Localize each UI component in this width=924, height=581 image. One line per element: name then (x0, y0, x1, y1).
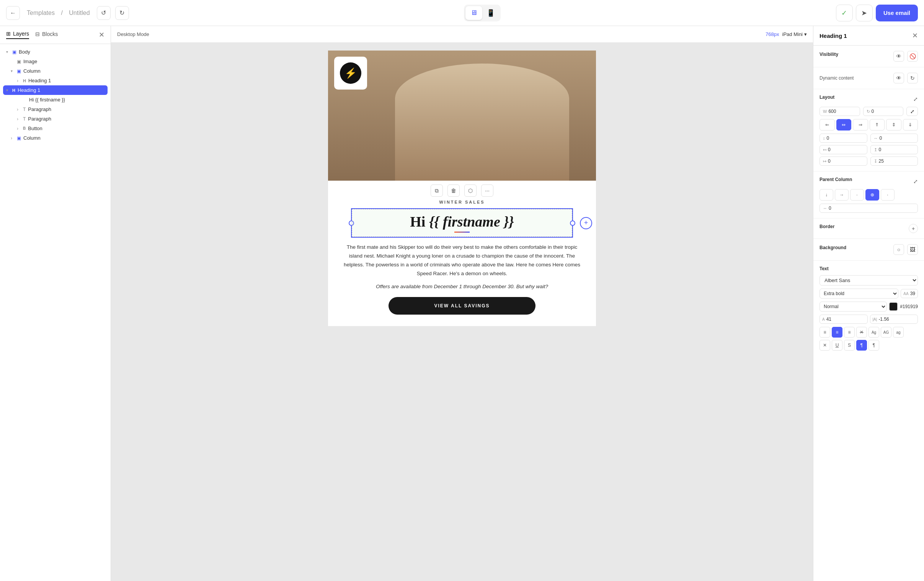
col-down-btn[interactable]: ↓ (820, 189, 833, 201)
margin-top-input[interactable] (827, 135, 864, 141)
align-top-btn[interactable]: ⇑ (870, 119, 885, 130)
breadcrumb-root[interactable]: Templates (27, 10, 55, 16)
expand-button[interactable]: ⤢ (913, 96, 918, 102)
padding-right-input[interactable] (828, 158, 864, 164)
tree-item-body[interactable]: ▾ ▣ Body (0, 47, 111, 57)
align-center-btn[interactable]: ⇔ (837, 119, 851, 130)
paragraph1-label: Paragraph (28, 106, 51, 112)
eye-visible-button[interactable]: 👁 (893, 51, 904, 62)
copy-button[interactable]: ⧉ (431, 185, 443, 197)
width-input[interactable]: 600 (828, 109, 856, 114)
col-center-btn[interactable]: ⊕ (865, 189, 879, 201)
layout-label: Layout (820, 94, 835, 100)
letter-spacing-value: -1.56 (878, 317, 889, 322)
padding-bottom-input[interactable] (879, 158, 915, 164)
delete-button[interactable]: 🗑 (447, 185, 460, 197)
align-center-text-btn[interactable]: ≡ (832, 327, 843, 338)
image-label: Image (23, 59, 37, 64)
heading-text: Hi {{ firstname }} (352, 209, 572, 237)
use-email-button[interactable]: Use email (876, 5, 918, 21)
visibility-section: Visibility 👁 🚫 (813, 46, 924, 68)
undo-button[interactable]: ↺ (97, 6, 111, 20)
tree-item-heading1-active[interactable]: ▾ H Heading 1 (3, 85, 107, 95)
add-border-button[interactable]: + (909, 224, 918, 233)
strikethrough-btn[interactable]: ✕ (856, 327, 867, 338)
case-upper-btn[interactable]: AG (881, 327, 891, 338)
desktop-view-button[interactable]: 🖥 (465, 6, 482, 20)
check-button[interactable]: ✓ (836, 5, 853, 21)
paragraph2-btn[interactable]: ¶ (868, 340, 879, 351)
column-label: Column (23, 68, 41, 74)
align-left-text-btn[interactable]: ≡ (820, 327, 830, 338)
right-panel-title: Heading 1 (820, 33, 847, 39)
align-bottom-btn[interactable]: ⇓ (903, 119, 918, 130)
redo-button[interactable]: ↻ (115, 6, 129, 20)
paragraph-dir-btn[interactable]: ¶ (856, 340, 867, 351)
border-row: Border + (820, 224, 918, 233)
underline-btn[interactable]: U (832, 340, 843, 351)
margin-side-input[interactable] (879, 135, 915, 141)
heading-handle-right[interactable] (570, 220, 575, 226)
font-family-select[interactable]: Albert Sans (820, 275, 918, 286)
padding-top-input[interactable] (879, 147, 915, 152)
align-left-btn[interactable]: ⇐ (820, 119, 835, 130)
tree-item-image[interactable]: ▣ Image (0, 57, 111, 66)
col-gap-input[interactable] (829, 206, 914, 211)
parent-expand-button[interactable]: ⤢ (913, 178, 918, 185)
tree-item-paragraph2[interactable]: › T Paragraph (0, 114, 111, 124)
align-middle-btn[interactable]: ⇕ (886, 119, 901, 130)
color-hex-value: #191919 (900, 304, 918, 309)
eye-hidden-button[interactable]: 🚫 (907, 51, 918, 62)
back-button[interactable]: ← (6, 6, 20, 20)
right-close-button[interactable]: ✕ (912, 31, 918, 40)
tree-item-column2[interactable]: › ▣ Column (0, 133, 111, 143)
padding-bottom-field: ↧ (870, 157, 918, 166)
device-select[interactable]: iPad Mini ▾ (782, 31, 807, 37)
font-weight-select[interactable]: Extra bold (820, 289, 898, 299)
col-dot2-btn[interactable]: · (881, 189, 894, 201)
parent-column-label: Parent Column (820, 177, 852, 182)
tree-item-heading1[interactable]: › H Heading 1 (0, 76, 111, 85)
add-element-button[interactable]: + (580, 217, 592, 229)
chevron-icon: › (11, 135, 17, 141)
tree-item-button[interactable]: › B Button (0, 124, 111, 133)
align-right-text-btn[interactable]: ≡ (844, 327, 855, 338)
heading-selected[interactable]: Hi {{ firstname }} (351, 208, 573, 238)
text-section: Text Albert Sans Extra bold AA 39 (813, 261, 924, 358)
letter-spacing-icon: |A| (873, 317, 877, 322)
link-button[interactable]: ⤢ (906, 107, 918, 116)
cta-button[interactable]: VIEW ALL SAVINGS (388, 297, 536, 315)
dynamic-refresh-button[interactable]: ↻ (907, 73, 918, 83)
tree-item-firstname[interactable]: Hi {{ firstname }} (0, 95, 111, 104)
tree-item-paragraph1[interactable]: › T Paragraph (0, 104, 111, 114)
align-right-btn[interactable]: ⇒ (853, 119, 868, 130)
blocks-label: Blocks (42, 31, 58, 37)
font-style-select[interactable]: Normal (820, 302, 887, 312)
mobile-view-button[interactable]: 📱 (482, 6, 499, 20)
tree-item-column1[interactable]: ▾ ▣ Column (0, 66, 111, 76)
bg-image-button[interactable]: 🖼 (907, 244, 918, 255)
case-lower-btn[interactable]: Ag (868, 327, 879, 338)
clear-format-btn[interactable]: ✕ (820, 340, 830, 351)
right-panel-header: Heading 1 ✕ (813, 26, 924, 46)
dynamic-eye-button[interactable]: 👁 (893, 73, 904, 83)
color-swatch[interactable] (889, 302, 898, 311)
corner-input[interactable] (871, 109, 900, 114)
corner-field: ↻ (863, 107, 904, 116)
close-panel-button[interactable]: ✕ (99, 31, 104, 39)
send-button[interactable]: ➤ (856, 5, 873, 21)
corner-icon: ↻ (866, 109, 870, 114)
padding-left-input[interactable] (828, 147, 864, 152)
heading-dynamic: {{ firstname }} (429, 214, 514, 229)
col-right-btn[interactable]: → (835, 189, 848, 201)
settings-button[interactable]: ⬡ (464, 185, 477, 197)
tab-layers[interactable]: ⊞ Layers (6, 31, 29, 39)
tab-blocks[interactable]: ⊟ Blocks (35, 31, 58, 39)
chevron-icon: ▾ (11, 69, 17, 73)
strikethrough2-btn[interactable]: S (844, 340, 855, 351)
bg-color-button[interactable]: ○ (893, 244, 904, 255)
col-gap-field: ↔ (820, 204, 918, 213)
case-all-lower-btn[interactable]: ag (893, 327, 904, 338)
more-button[interactable]: ··· (481, 185, 493, 197)
col-dot1-btn[interactable]: · (850, 189, 864, 201)
